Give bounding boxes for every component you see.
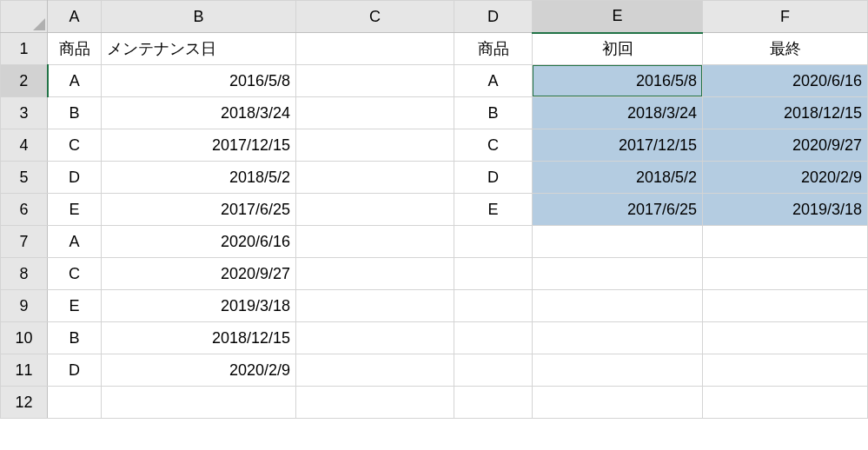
cell-C4[interactable] <box>296 129 454 162</box>
cell-D7[interactable] <box>454 226 533 258</box>
cell-A7[interactable]: A <box>48 226 102 258</box>
row-header-4[interactable]: 4 <box>1 129 48 162</box>
cell-D9[interactable] <box>454 290 533 322</box>
cell-A5[interactable]: D <box>48 162 102 194</box>
col-header-A[interactable]: A <box>48 1 102 33</box>
col-header-C[interactable]: C <box>296 1 454 33</box>
col-header-B[interactable]: B <box>102 1 296 33</box>
cell-D11[interactable] <box>454 354 533 387</box>
cell-C3[interactable] <box>296 97 454 129</box>
cell-A6[interactable]: E <box>48 194 102 226</box>
svg-marker-0 <box>33 18 45 30</box>
spreadsheet-grid[interactable]: A B C D E F 1 商品 メンテナンス日 商品 初回 最終 2 A 20… <box>0 0 868 419</box>
cell-C1[interactable] <box>296 33 454 65</box>
cell-A10[interactable]: B <box>48 322 102 354</box>
cell-D3[interactable]: B <box>454 97 533 129</box>
cell-F10[interactable] <box>703 322 868 354</box>
cell-D5[interactable]: D <box>454 162 533 194</box>
cell-A2[interactable]: A <box>48 65 102 97</box>
cell-B10[interactable]: 2018/12/15 <box>102 322 296 354</box>
cell-E12[interactable] <box>533 387 703 419</box>
row-header-7[interactable]: 7 <box>1 226 48 258</box>
cell-D10[interactable] <box>454 322 533 354</box>
cell-C6[interactable] <box>296 194 454 226</box>
cell-D8[interactable] <box>454 258 533 290</box>
cell-B2[interactable]: 2016/5/8 <box>102 65 296 97</box>
cell-F2[interactable]: 2020/6/16 <box>703 65 868 97</box>
row-header-10[interactable]: 10 <box>1 322 48 354</box>
cell-B9[interactable]: 2019/3/18 <box>102 290 296 322</box>
cell-E4[interactable]: 2017/12/15 <box>533 129 703 162</box>
cell-B12[interactable] <box>102 387 296 419</box>
cell-C9[interactable] <box>296 290 454 322</box>
col-header-E[interactable]: E <box>533 1 703 33</box>
cell-E9[interactable] <box>533 290 703 322</box>
cell-D6[interactable]: E <box>454 194 533 226</box>
cell-C5[interactable] <box>296 162 454 194</box>
cell-D2[interactable]: A <box>454 65 533 97</box>
cell-A9[interactable]: E <box>48 290 102 322</box>
cell-A12[interactable] <box>48 387 102 419</box>
cell-E1[interactable]: 初回 <box>533 33 703 65</box>
cell-E10[interactable] <box>533 322 703 354</box>
cell-B5[interactable]: 2018/5/2 <box>102 162 296 194</box>
cell-A3[interactable]: B <box>48 97 102 129</box>
cell-F9[interactable] <box>703 290 868 322</box>
cell-B11[interactable]: 2020/2/9 <box>102 354 296 387</box>
cell-A1[interactable]: 商品 <box>48 33 102 65</box>
row-header-11[interactable]: 11 <box>1 354 48 387</box>
cell-A11[interactable]: D <box>48 354 102 387</box>
cell-A4[interactable]: C <box>48 129 102 162</box>
row-header-12[interactable]: 12 <box>1 387 48 419</box>
cell-E11[interactable] <box>533 354 703 387</box>
cell-E7[interactable] <box>533 226 703 258</box>
cell-F6[interactable]: 2019/3/18 <box>703 194 868 226</box>
cell-F5[interactable]: 2020/2/9 <box>703 162 868 194</box>
cell-C7[interactable] <box>296 226 454 258</box>
select-all-corner[interactable] <box>1 1 48 33</box>
row-header-1[interactable]: 1 <box>1 33 48 65</box>
row-header-5[interactable]: 5 <box>1 162 48 194</box>
cell-D12[interactable] <box>454 387 533 419</box>
cell-C8[interactable] <box>296 258 454 290</box>
cell-E2[interactable]: 2016/5/8 <box>533 65 703 97</box>
row-header-3[interactable]: 3 <box>1 97 48 129</box>
row-header-6[interactable]: 6 <box>1 194 48 226</box>
cell-F4[interactable]: 2020/9/27 <box>703 129 868 162</box>
row-header-8[interactable]: 8 <box>1 258 48 290</box>
cell-B4[interactable]: 2017/12/15 <box>102 129 296 162</box>
cell-F11[interactable] <box>703 354 868 387</box>
cell-B1[interactable]: メンテナンス日 <box>102 33 296 65</box>
cell-E6[interactable]: 2017/6/25 <box>533 194 703 226</box>
cell-B7[interactable]: 2020/6/16 <box>102 226 296 258</box>
cell-C2[interactable] <box>296 65 454 97</box>
cell-A8[interactable]: C <box>48 258 102 290</box>
cell-F7[interactable] <box>703 226 868 258</box>
cell-C10[interactable] <box>296 322 454 354</box>
col-header-F[interactable]: F <box>703 1 868 33</box>
cell-B8[interactable]: 2020/9/27 <box>102 258 296 290</box>
cell-D1[interactable]: 商品 <box>454 33 533 65</box>
row-header-2[interactable]: 2 <box>1 65 48 97</box>
cell-E8[interactable] <box>533 258 703 290</box>
cell-F1[interactable]: 最終 <box>703 33 868 65</box>
cell-F12[interactable] <box>703 387 868 419</box>
cell-F8[interactable] <box>703 258 868 290</box>
cell-E3[interactable]: 2018/3/24 <box>533 97 703 129</box>
cell-B6[interactable]: 2017/6/25 <box>102 194 296 226</box>
cell-C12[interactable] <box>296 387 454 419</box>
cell-B3[interactable]: 2018/3/24 <box>102 97 296 129</box>
cell-F3[interactable]: 2018/12/15 <box>703 97 868 129</box>
row-header-9[interactable]: 9 <box>1 290 48 322</box>
cell-C11[interactable] <box>296 354 454 387</box>
cell-D4[interactable]: C <box>454 129 533 162</box>
col-header-D[interactable]: D <box>454 1 533 33</box>
cell-E5[interactable]: 2018/5/2 <box>533 162 703 194</box>
